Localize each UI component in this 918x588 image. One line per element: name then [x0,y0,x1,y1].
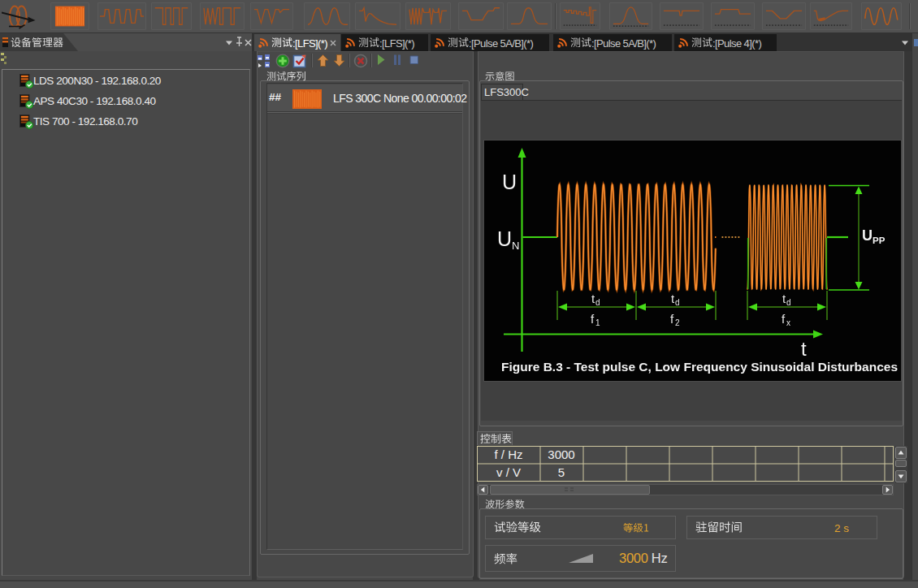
svg-text:U: U [502,171,517,193]
svg-text:N: N [512,240,519,252]
svg-text:2: 2 [675,318,680,327]
svg-text:U: U [862,227,873,244]
svg-text:1: 1 [595,318,600,327]
svg-text:d: d [595,298,600,307]
svg-text:Figure B.3 - Test pulse C, Low: Figure B.3 - Test pulse C, Low Frequency… [501,360,898,374]
svg-text:PP: PP [873,236,886,245]
svg-text:f / Hz: f / Hz [494,447,522,461]
svg-text:d: d [675,298,680,307]
svg-text:3000: 3000 [548,447,574,461]
svg-text:d: d [786,298,791,307]
svg-text:t: t [801,338,807,360]
svg-text:v / V: v / V [496,465,521,479]
svg-text:U: U [497,227,512,250]
svg-text:5: 5 [558,465,565,479]
svg-text:x: x [786,318,790,327]
